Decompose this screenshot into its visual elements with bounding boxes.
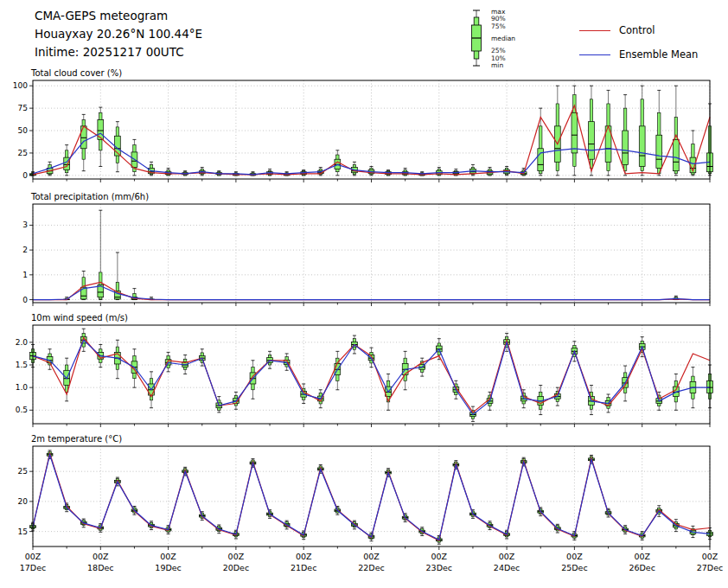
total-precipitation-grid	[33, 204, 710, 303]
xtick-hour-label: 00Z	[363, 552, 380, 561]
control-swatch	[579, 30, 610, 31]
init-time-label: Initime: 20251217 00UTC	[35, 43, 202, 61]
boxplot-legend: max 90% 75% median 25% 10% min	[465, 10, 533, 68]
chart-title: CMA-GEPS meteogram	[35, 7, 202, 25]
xtick-day-label: 26Dec	[629, 563, 655, 572]
wind-speed-10m-ytick-label: 1.5	[16, 361, 28, 369]
meteogram-screen: 0255075100Total cloud cover (%)0123Total…	[0, 0, 728, 588]
wind-speed-10m-title: 10m wind speed (m/s)	[31, 313, 128, 323]
temperature-2m-ytick-label: 20	[18, 497, 29, 506]
xtick-hour-label: 00Z	[566, 552, 583, 561]
wind-speed-10m-ytick-label: 2.0	[16, 338, 29, 347]
temperature-2m-grid	[33, 446, 710, 546]
xtick-hour-label: 00Z	[93, 552, 109, 561]
xtick-day-label: 21Dec	[291, 563, 316, 572]
total-cloud-cover-ytick-label: 100	[13, 81, 28, 90]
total-cloud-cover-title: Total cloud cover (%)	[30, 68, 122, 78]
temperature-2m-ytick-label: 15	[18, 527, 28, 536]
total-precipitation-ytick-label: 1	[22, 271, 28, 279]
xtick-day-label: 17Dec	[20, 563, 46, 572]
total-cloud-cover-panel: 0255075100Total cloud cover (%)	[13, 68, 713, 182]
xtick-hour-label: 00Z	[296, 552, 312, 561]
xtick-day-label: 22Dec	[358, 563, 384, 572]
total-precipitation-ytick-label: 0	[22, 296, 28, 304]
total-precipitation-ytick-label: 2	[22, 246, 28, 254]
legend-p90-label: 90%	[491, 15, 506, 22]
xtick-hour-label: 00Z	[431, 552, 447, 561]
xtick-day-label: 19Dec	[155, 563, 181, 572]
total-cloud-cover-ytick-label: 0	[22, 171, 28, 180]
temperature-2m-title: 2m temperature (°C)	[31, 434, 122, 444]
legend-p25-label: 25%	[491, 47, 506, 54]
header: CMA-GEPS meteogram Houayxay 20.26°N 100.…	[35, 7, 202, 61]
location-label: Houayxay 20.26°N 100.44°E	[35, 25, 202, 43]
temperature-2m-panel: 1520252m temperature (°C)00Z17Dec00Z18De…	[18, 434, 724, 572]
meteogram-chart: 0255075100Total cloud cover (%)0123Total…	[0, 0, 728, 588]
boxplot-legend-glyph	[465, 10, 488, 68]
xtick-day-label: 18Dec	[87, 563, 113, 572]
legend-ensemble-mean-row: Ensemble Mean	[579, 48, 698, 61]
total-precipitation-panel: 0123Total precipitation (mm/6h)	[22, 192, 710, 306]
boxplot-legend-labels: max 90% 75% median 25% 10% min	[491, 10, 533, 67]
xtick-hour-label: 00Z	[25, 552, 42, 561]
xtick-hour-label: 00Z	[702, 552, 718, 561]
ensemble-swatch	[579, 54, 610, 55]
total-cloud-cover-ytick-label: 25	[18, 149, 28, 157]
xtick-day-label: 20Dec	[223, 563, 249, 572]
total-cloud-cover-ytick-label: 50	[18, 126, 29, 135]
xtick-day-label: 25Dec	[561, 563, 587, 572]
xtick-day-label: 24Dec	[494, 563, 520, 572]
ensemble-mean-label: Ensemble Mean	[619, 48, 698, 61]
wind-speed-10m-ytick-label: 0.5	[16, 406, 28, 414]
wind-speed-10m-panel: 0.51.01.52.010m wind speed (m/s)	[16, 313, 713, 427]
total-cloud-cover-ytick-label: 75	[18, 104, 28, 112]
legend-p75-label: 75%	[491, 22, 506, 30]
xtick-hour-label: 00Z	[634, 552, 650, 561]
xtick-hour-label: 00Z	[228, 552, 245, 561]
wind-speed-10m-ytick-label: 1.0	[16, 383, 29, 392]
control-label: Control	[619, 24, 655, 36]
legend-control-row: Control	[579, 24, 698, 36]
series-legend: Control Ensemble Mean	[579, 24, 698, 73]
xtick-day-label: 23Dec	[426, 563, 452, 572]
legend-min-label: min	[491, 61, 503, 69]
legend-median-label: median	[491, 35, 515, 42]
temperature-2m-ytick-label: 25	[18, 467, 28, 476]
total-precipitation-title: Total precipitation (mm/6h)	[30, 192, 149, 201]
temperature-2m-control-line	[33, 453, 710, 540]
xtick-hour-label: 00Z	[499, 552, 515, 561]
xtick-hour-label: 00Z	[160, 552, 176, 561]
total-precipitation-ytick-label: 3	[22, 220, 28, 229]
xtick-day-label: 27Dec	[697, 563, 723, 572]
